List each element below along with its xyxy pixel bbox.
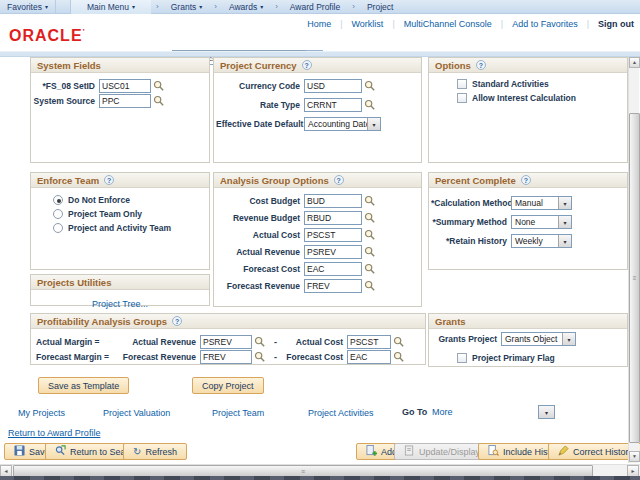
project-and-activity-team-radio[interactable] xyxy=(53,223,63,233)
update-display-button[interactable]: Update/Display xyxy=(394,443,490,460)
project-activities-link[interactable]: Project Activities xyxy=(308,408,374,418)
forecast-cost-margin-input[interactable] xyxy=(347,350,391,364)
project-team-link[interactable]: Project Team xyxy=(212,408,264,418)
help-icon[interactable]: ? xyxy=(476,60,486,70)
lookup-magnifier-icon[interactable] xyxy=(153,80,165,92)
lookup-magnifier-icon[interactable] xyxy=(254,351,266,363)
vertical-scrollbar[interactable]: ▲ ≡ ▼ xyxy=(628,57,639,463)
chevron-down-icon: ▾ xyxy=(132,3,135,10)
summary-method-dropdown[interactable]: None ▾ xyxy=(511,215,572,229)
actual-cost-margin-input[interactable] xyxy=(347,335,391,349)
cost-budget-row: Cost Budget xyxy=(216,194,376,208)
help-icon[interactable]: ? xyxy=(172,316,182,326)
scroll-up-icon[interactable]: ▲ xyxy=(629,57,640,68)
project-primary-flag-checkbox[interactable] xyxy=(457,353,467,363)
project-valuation-link[interactable]: Project Valuation xyxy=(103,408,170,418)
forecast-cost-row: Forecast Cost xyxy=(216,262,376,276)
main-menu-label: Main Menu xyxy=(87,2,129,12)
goto-more-link[interactable]: More xyxy=(432,407,453,417)
standard-activities-checkbox[interactable] xyxy=(457,79,467,89)
lookup-magnifier-icon[interactable] xyxy=(364,263,376,275)
actual-revenue-input[interactable] xyxy=(304,245,362,259)
lookup-magnifier-icon[interactable] xyxy=(153,95,165,107)
actual-cost-input[interactable] xyxy=(304,228,362,242)
home-link[interactable]: Home xyxy=(298,19,340,29)
worklist-link[interactable]: Worklist xyxy=(343,19,393,29)
section-title: Profitability Analysis Groups ? xyxy=(31,314,425,329)
section-title: Projects Utilities xyxy=(31,275,209,290)
do-not-enforce-radio[interactable] xyxy=(53,195,63,205)
add-icon xyxy=(366,445,377,458)
horizontal-scrollbar[interactable]: ◄ ≡ ► xyxy=(0,464,640,476)
header-nav-links: Home | Worklist | MultiChannel Console |… xyxy=(298,19,634,29)
lookup-magnifier-icon[interactable] xyxy=(364,229,376,241)
copy-project-button[interactable]: Copy Project xyxy=(192,377,264,394)
system-source-input[interactable] xyxy=(99,94,151,108)
help-icon[interactable]: ? xyxy=(521,175,531,185)
rate-type-input[interactable] xyxy=(304,98,362,112)
goto-dropdown[interactable]: ▾ xyxy=(538,405,555,419)
breadcrumb-separator-icon: › xyxy=(270,2,283,11)
help-icon[interactable]: ? xyxy=(334,175,344,185)
setid-input[interactable] xyxy=(99,79,151,93)
retain-history-dropdown[interactable]: Weekly ▾ xyxy=(511,234,572,248)
breadcrumb-favorites[interactable]: Favorites ▾ xyxy=(0,0,56,14)
forecast-revenue-margin-input[interactable] xyxy=(200,350,252,364)
return-to-award-profile-link[interactable]: Return to Award Profile xyxy=(8,428,100,438)
lookup-magnifier-icon[interactable] xyxy=(364,212,376,224)
minus-operator: - xyxy=(266,352,285,362)
dropdown-arrow-icon: ▾ xyxy=(558,216,571,228)
allow-interest-checkbox[interactable] xyxy=(457,93,467,103)
lookup-magnifier-icon[interactable] xyxy=(393,351,405,363)
breadcrumb-separator-icon: › xyxy=(151,2,164,11)
do-not-enforce-row: Do Not Enforce xyxy=(53,193,130,207)
options-section: Options ? Standard Activities Allow Inte… xyxy=(428,57,628,163)
add-to-favorites-link[interactable]: Add to Favorites xyxy=(503,19,587,29)
my-projects-link[interactable]: My Projects xyxy=(18,408,65,418)
favorites-label: Favorites xyxy=(7,2,42,12)
lookup-magnifier-icon[interactable] xyxy=(364,246,376,258)
lookup-magnifier-icon[interactable] xyxy=(254,336,266,348)
breadcrumb-grants[interactable]: Grants ▾ xyxy=(164,0,210,14)
section-title: Grants xyxy=(429,314,627,329)
help-icon[interactable]: ? xyxy=(302,60,312,70)
breadcrumb-awards[interactable]: Awards ▾ xyxy=(222,0,270,14)
taskbar-strip xyxy=(0,476,640,480)
effective-date-default-dropdown[interactable]: Accounting Date ▾ xyxy=(304,117,381,131)
lookup-magnifier-icon[interactable] xyxy=(393,336,405,348)
scroll-down-icon[interactable]: ▼ xyxy=(629,451,640,462)
correct-history-button[interactable]: Correct History xyxy=(548,443,640,460)
dropdown-arrow-icon: ▾ xyxy=(539,406,554,418)
calculation-method-dropdown[interactable]: Manual ▾ xyxy=(511,196,572,210)
project-team-only-radio[interactable] xyxy=(53,209,63,219)
actual-revenue-margin-input[interactable] xyxy=(200,335,252,349)
vertical-scrollbar-thumb[interactable]: ≡ xyxy=(629,113,640,443)
update-display-icon xyxy=(404,445,415,458)
setid-field-row: *FS_08 SetID xyxy=(33,79,165,93)
project-currency-section: Project Currency ? Currency Code Rate Ty… xyxy=(213,57,422,163)
refresh-button[interactable]: ↻ Refresh xyxy=(123,443,187,460)
breadcrumb-project[interactable]: Project xyxy=(360,0,400,14)
chevron-down-icon: ▾ xyxy=(45,3,48,10)
sign-out-link[interactable]: Sign out xyxy=(589,19,634,29)
forecast-margin-row: Forecast Margin = Forecast Revenue - For… xyxy=(36,350,424,364)
project-tree-link[interactable]: Project Tree... xyxy=(92,299,148,309)
standard-activities-label: Standard Activities xyxy=(472,79,549,89)
lookup-magnifier-icon[interactable] xyxy=(364,80,376,92)
lookup-magnifier-icon[interactable] xyxy=(364,280,376,292)
section-title: System Fields xyxy=(31,58,209,73)
forecast-cost-input[interactable] xyxy=(304,262,362,276)
forecast-revenue-input[interactable] xyxy=(304,279,362,293)
save-as-template-button[interactable]: Save as Template xyxy=(38,377,129,394)
currency-code-input[interactable] xyxy=(304,79,362,93)
multichannel-console-link[interactable]: MultiChannel Console xyxy=(395,19,501,29)
lookup-magnifier-icon[interactable] xyxy=(364,195,376,207)
help-icon[interactable]: ? xyxy=(104,175,114,185)
grants-project-dropdown[interactable]: Grants Object ▾ xyxy=(501,332,576,346)
cost-budget-input[interactable] xyxy=(304,194,362,208)
lookup-magnifier-icon[interactable] xyxy=(364,99,376,111)
breadcrumb-award-profile[interactable]: Award Profile xyxy=(283,0,347,14)
allow-interest-row: Allow Interest Calculation xyxy=(457,91,576,105)
breadcrumb-main-menu[interactable]: Main Menu ▾ xyxy=(70,0,151,14)
revenue-budget-input[interactable] xyxy=(304,211,362,225)
